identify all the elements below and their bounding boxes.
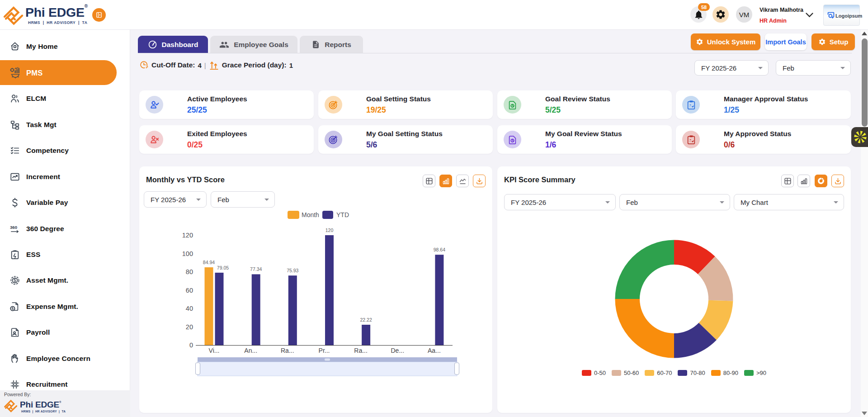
svg-text:YTD: YTD xyxy=(336,211,349,218)
svg-text:80: 80 xyxy=(186,268,193,275)
svg-text:75.93: 75.93 xyxy=(287,268,298,273)
svg-text:Vi...: Vi... xyxy=(209,347,220,354)
svg-text:98.64: 98.64 xyxy=(434,247,445,252)
svg-text:60: 60 xyxy=(186,287,193,294)
svg-text:84.94: 84.94 xyxy=(203,260,215,265)
svg-text:Pr...: Pr... xyxy=(319,347,330,354)
svg-text:79.05: 79.05 xyxy=(217,265,229,270)
svg-text:Month: Month xyxy=(302,211,319,218)
svg-text:An...: An... xyxy=(244,347,257,354)
svg-text:Ra...: Ra... xyxy=(354,347,368,354)
svg-text:0: 0 xyxy=(189,341,193,349)
svg-text:120: 120 xyxy=(182,232,193,239)
svg-text:120: 120 xyxy=(326,227,334,233)
svg-text:De...: De... xyxy=(391,347,405,354)
svg-text:77.34: 77.34 xyxy=(250,266,262,272)
svg-text:Ra...: Ra... xyxy=(281,347,294,354)
svg-text:22.22: 22.22 xyxy=(360,317,372,322)
svg-text:360: 360 xyxy=(10,225,17,230)
svg-text:40: 40 xyxy=(186,305,193,312)
svg-text:100: 100 xyxy=(182,250,193,257)
svg-text:Aa...: Aa... xyxy=(428,347,441,354)
svg-text:20: 20 xyxy=(186,323,193,331)
